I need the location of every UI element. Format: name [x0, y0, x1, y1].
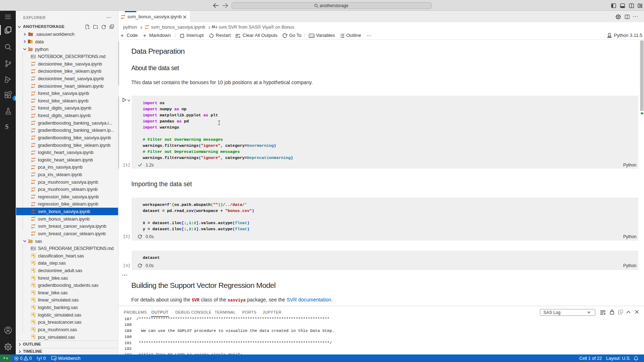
svg-text:(x): (x) — [310, 35, 314, 38]
